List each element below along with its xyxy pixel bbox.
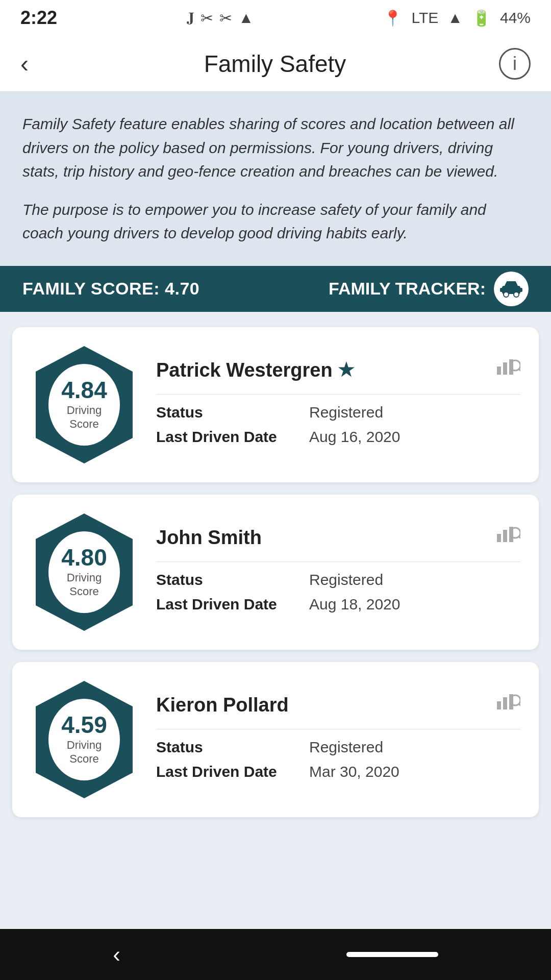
score-display-3: 4.59 DrivingScore xyxy=(51,706,117,773)
driver-info-2: John Smith Status Registered xyxy=(156,524,520,620)
divider-2 xyxy=(156,561,520,562)
home-indicator[interactable] xyxy=(346,952,438,957)
last-driven-row-2: Last Driven Date Aug 18, 2020 xyxy=(156,596,520,613)
status-time: 2:22 xyxy=(20,7,57,29)
status-value-3: Registered xyxy=(309,739,383,756)
family-score-label: FAMILY SCORE: xyxy=(22,279,160,298)
status-label-1: Status xyxy=(156,404,309,421)
status-value-2: Registered xyxy=(309,571,383,589)
svg-line-18 xyxy=(519,537,520,540)
description-paragraph-2: The purpose is to empower you to increas… xyxy=(22,198,529,246)
divider-3 xyxy=(156,729,520,729)
driver-name-2: John Smith xyxy=(156,527,262,549)
bottom-back-button[interactable]: ‹ xyxy=(113,942,120,967)
driver-info-3: Kieron Pollard Status Registered xyxy=(156,691,520,788)
driver-name-row-3: Kieron Pollard xyxy=(156,691,520,719)
last-driven-value-2: Aug 18, 2020 xyxy=(309,596,400,613)
driver-name-row-1: Patrick Westergren ★ xyxy=(156,356,520,384)
divider-1 xyxy=(156,394,520,395)
score-value-1: 4.84 xyxy=(61,378,107,402)
svg-point-2 xyxy=(514,292,519,297)
status-right: 📍 LTE ▲ 🔋 44% xyxy=(383,9,531,27)
star-icon-1: ★ xyxy=(338,359,354,381)
signal-strength-icon: ▲ xyxy=(447,9,463,27)
score-hex-2: 4.80 DrivingScore xyxy=(31,511,138,633)
cards-section: 4.84 DrivingScore Patrick Westergren ★ xyxy=(0,312,551,832)
description-paragraph-1: Family Safety feature enables sharing of… xyxy=(22,112,529,184)
signal-label: LTE xyxy=(411,9,438,27)
score-hex-1: 4.84 DrivingScore xyxy=(31,344,138,466)
score-display-1: 4.84 DrivingScore xyxy=(51,372,117,438)
family-score-text: FAMILY SCORE: 4.70 xyxy=(22,279,199,299)
svg-rect-3 xyxy=(500,288,503,292)
svg-rect-14 xyxy=(497,534,501,542)
status-row-1: Status Registered xyxy=(156,404,520,421)
driver-card[interactable]: 4.84 DrivingScore Patrick Westergren ★ xyxy=(12,327,539,482)
info-button[interactable]: i xyxy=(499,48,531,80)
family-score-value: 4.70 xyxy=(165,279,199,298)
chart-icon-1[interactable] xyxy=(495,356,520,384)
status-label-2: Status xyxy=(156,571,309,589)
driver-name-row-2: John Smith xyxy=(156,524,520,551)
status-row-2: Status Registered xyxy=(156,571,520,589)
score-display-2: 4.80 DrivingScore xyxy=(51,539,117,605)
status-bar: 2:22 𝐉 ✂ ✂ ▲ 📍 LTE ▲ 🔋 44% xyxy=(0,0,551,36)
last-driven-label-2: Last Driven Date xyxy=(156,596,309,613)
last-driven-value-1: Aug 16, 2020 xyxy=(309,428,400,446)
family-tracker[interactable]: FAMILY TRACKER: xyxy=(329,272,529,306)
last-driven-row-3: Last Driven Date Mar 30, 2020 xyxy=(156,763,520,780)
notification-icon-1: 𝐉 xyxy=(187,9,194,27)
status-icons: 𝐉 ✂ ✂ ▲ xyxy=(187,9,254,27)
status-row-3: Status Registered xyxy=(156,739,520,756)
page-title: Family Safety xyxy=(51,50,499,78)
svg-rect-8 xyxy=(503,362,507,375)
svg-line-25 xyxy=(519,704,520,707)
svg-rect-4 xyxy=(519,288,522,292)
last-driven-label-1: Last Driven Date xyxy=(156,428,309,446)
last-driven-label-3: Last Driven Date xyxy=(156,763,309,780)
svg-line-11 xyxy=(519,370,520,372)
family-score-bar: FAMILY SCORE: 4.70 FAMILY TRACKER: xyxy=(0,266,551,312)
tracker-car-icon xyxy=(494,272,529,306)
last-driven-row-1: Last Driven Date Aug 16, 2020 xyxy=(156,428,520,446)
notification-icon-3: ✂ xyxy=(219,9,232,27)
last-driven-value-3: Mar 30, 2020 xyxy=(309,763,399,780)
battery-icon: 🔋 xyxy=(472,9,491,27)
driver-name-3: Kieron Pollard xyxy=(156,694,289,716)
driver-card[interactable]: 4.80 DrivingScore John Smith xyxy=(12,495,539,650)
driver-name-1: Patrick Westergren ★ xyxy=(156,359,354,381)
svg-point-1 xyxy=(504,292,509,297)
score-label-3: DrivingScore xyxy=(67,739,102,766)
score-label-1: DrivingScore xyxy=(67,404,102,431)
driver-info-1: Patrick Westergren ★ Status Registered xyxy=(156,356,520,453)
score-hex-3: 4.59 DrivingScore xyxy=(31,678,138,801)
score-label-2: DrivingScore xyxy=(67,571,102,598)
top-nav: ‹ Family Safety i xyxy=(0,36,551,92)
svg-rect-7 xyxy=(497,366,501,375)
svg-rect-15 xyxy=(503,530,507,542)
notification-icon-2: ✂ xyxy=(201,9,213,27)
location-icon: 📍 xyxy=(383,9,402,27)
description-box: Family Safety feature enables sharing of… xyxy=(0,92,551,266)
score-value-3: 4.59 xyxy=(61,713,107,737)
bottom-nav: ‹ xyxy=(0,929,551,980)
score-value-2: 4.80 xyxy=(61,546,107,569)
family-tracker-label: FAMILY TRACKER: xyxy=(329,279,486,299)
chart-icon-2[interactable] xyxy=(495,524,520,551)
svg-rect-21 xyxy=(497,701,501,709)
driver-card[interactable]: 4.59 DrivingScore Kieron Pollard xyxy=(12,662,539,817)
battery-label: 44% xyxy=(500,9,531,27)
chart-icon-3[interactable] xyxy=(495,691,520,719)
status-label-3: Status xyxy=(156,739,309,756)
back-button[interactable]: ‹ xyxy=(20,50,51,78)
status-value-1: Registered xyxy=(309,404,383,421)
notification-icon-4: ▲ xyxy=(238,9,254,27)
svg-rect-22 xyxy=(503,697,507,709)
